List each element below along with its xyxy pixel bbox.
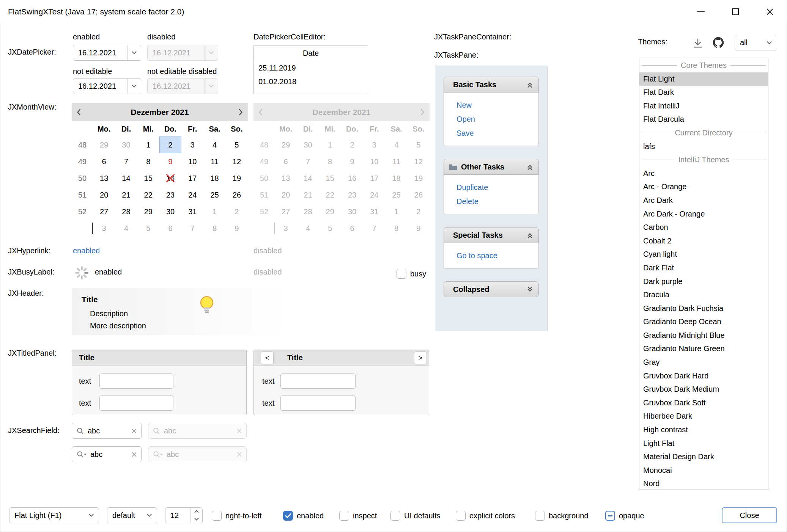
theme-list-item[interactable]: Carbon <box>639 221 768 234</box>
taskpane-title[interactable]: Basic Tasks <box>444 77 539 93</box>
search-field-enabled[interactable]: abc <box>72 423 142 439</box>
theme-list-item[interactable]: Gruvbox Dark Hard <box>639 369 768 383</box>
calendar-day[interactable]: 22 <box>137 187 159 203</box>
theme-list-item[interactable]: High contrast <box>639 423 768 437</box>
checkbox-ui-defaults[interactable]: UI defaults <box>390 511 441 521</box>
task-link[interactable]: Duplicate <box>456 180 538 195</box>
calendar-day[interactable]: 30 <box>115 137 137 153</box>
search-menu-icon[interactable] <box>76 450 87 458</box>
calendar-day[interactable]: 19 <box>226 170 248 187</box>
theme-list-item[interactable]: Nord <box>639 477 768 490</box>
theme-list-item[interactable]: Gruvbox Dark Medium <box>639 383 768 396</box>
clear-icon[interactable] <box>131 452 137 457</box>
calendar-day[interactable]: 23 <box>159 187 181 203</box>
spinner-up-button[interactable] <box>190 508 202 515</box>
task-link[interactable]: New <box>456 98 538 112</box>
calendar-day[interactable]: 14 <box>115 170 137 187</box>
theme-list-item[interactable]: Monocai <box>639 464 768 477</box>
table-column-header[interactable]: Date <box>254 46 368 61</box>
calendar-day[interactable]: 30 <box>159 203 181 220</box>
calendar-day[interactable]: 2 <box>159 137 181 153</box>
expand-icon[interactable] <box>526 286 534 293</box>
theme-list-item[interactable]: Light Flat <box>639 437 768 450</box>
calendar-day[interactable]: 24 <box>181 187 203 203</box>
laf-combobox[interactable]: Flat Light (F1) <box>9 507 99 523</box>
theme-list-item[interactable]: Arc <box>639 167 768 180</box>
collapse-icon[interactable] <box>526 81 534 88</box>
close-button[interactable]: Close <box>722 507 777 523</box>
calendar-day[interactable]: 7 <box>181 220 203 237</box>
calendar-day[interactable]: 9 <box>226 220 248 237</box>
hyperlink-enabled[interactable]: enabled <box>73 246 100 255</box>
theme-list-item[interactable]: Arc - Orange <box>639 180 768 194</box>
calendar-day[interactable]: 10 <box>181 153 203 170</box>
search-input-value[interactable]: abc <box>90 450 128 459</box>
checkbox-enabled[interactable]: enabled <box>283 511 324 521</box>
theme-list-item[interactable]: Gradianto Dark Fuchsia <box>639 302 768 315</box>
collapse-icon[interactable] <box>526 163 534 171</box>
close-window-button[interactable] <box>752 0 787 24</box>
datepicker-dropdown-button[interactable] <box>127 78 141 94</box>
calendar-day[interactable]: 6 <box>159 220 181 237</box>
theme-list-item[interactable]: Cyan light <box>639 248 768 261</box>
calendar-day[interactable]: 12 <box>226 153 248 170</box>
checkbox-explicit-colors[interactable]: explicit colors <box>456 511 515 521</box>
calendar-day[interactable]: 13 <box>93 170 115 187</box>
calendar-day[interactable]: 29 <box>93 137 115 153</box>
calendar-day[interactable]: 7 <box>115 153 137 170</box>
theme-list-item[interactable]: Flat Darcula <box>639 113 768 126</box>
task-link[interactable]: Save <box>456 126 538 140</box>
calendar-day[interactable]: 26 <box>226 187 248 203</box>
next-month-button[interactable] <box>238 108 243 116</box>
calendar-day[interactable]: 3 <box>181 137 203 153</box>
theme-list-item[interactable]: Gradianto Nature Green <box>639 342 768 356</box>
theme-list-item[interactable]: Arc Dark <box>639 194 768 207</box>
minimize-button[interactable] <box>683 0 718 24</box>
calendar-day[interactable]: 11 <box>203 153 225 170</box>
theme-list-item[interactable]: Flat IntelliJ <box>639 99 768 113</box>
search-input-value[interactable]: abc <box>88 427 128 435</box>
calendar-day[interactable]: 29 <box>137 203 159 220</box>
github-button[interactable] <box>712 36 725 51</box>
panel-prev-button[interactable]: < <box>261 352 274 364</box>
calendar-day[interactable]: 27 <box>93 203 115 220</box>
spinner-down-button[interactable] <box>190 515 202 523</box>
text-input[interactable] <box>99 373 173 389</box>
calendar-day[interactable]: 20 <box>93 187 115 203</box>
task-link[interactable]: Delete <box>456 195 538 209</box>
theme-list-item[interactable]: Flat Light <box>639 72 768 86</box>
calendar-day[interactable]: 3 <box>93 220 115 237</box>
datepicker-enabled[interactable]: 16.12.2021 <box>73 45 141 61</box>
datepicker-dropdown-button[interactable] <box>127 45 141 60</box>
calendar-day[interactable]: 1 <box>203 203 225 220</box>
clear-icon[interactable] <box>131 428 137 434</box>
calendar-day[interactable]: 4 <box>115 220 137 237</box>
themes-filter-combobox[interactable]: all <box>735 35 777 50</box>
calendar-day[interactable]: 2 <box>226 203 248 220</box>
calendar-day[interactable]: 6 <box>93 153 115 170</box>
calendar-day[interactable]: 28 <box>115 203 137 220</box>
theme-list-item[interactable]: Dark purple <box>639 275 768 289</box>
theme-list-item[interactable]: Gradianto Deep Ocean <box>639 315 768 329</box>
theme-list-item[interactable]: Dark Flat <box>639 261 768 275</box>
calendar-day[interactable]: 21 <box>115 187 137 203</box>
theme-list-item[interactable]: Dracula <box>639 288 768 302</box>
calendar-day[interactable]: 5 <box>226 137 248 153</box>
font-combobox[interactable]: default <box>107 507 157 523</box>
datepicker-not-editable[interactable]: 16.12.2021 <box>73 78 141 94</box>
checkbox-background[interactable]: background <box>535 511 589 521</box>
theme-list-item[interactable]: Gruvbox Dark Soft <box>639 396 768 410</box>
theme-list-item[interactable]: Gradianto Midnight Blue <box>639 329 768 342</box>
theme-list-item[interactable]: Arc Dark - Orange <box>639 207 768 221</box>
search-field-with-menu[interactable]: abc <box>72 446 142 462</box>
calendar-day[interactable]: 9 <box>159 153 181 170</box>
download-themes-button[interactable] <box>692 38 704 51</box>
collapse-icon[interactable] <box>526 232 534 239</box>
checkbox-right-to-left[interactable]: right-to-left <box>212 511 262 521</box>
taskpane-title[interactable]: Collapsed <box>444 281 539 297</box>
calendar-day[interactable]: 5 <box>137 220 159 237</box>
maximize-button[interactable] <box>718 0 752 24</box>
calendar-day[interactable]: 17 <box>181 170 203 187</box>
text-input[interactable] <box>99 395 173 411</box>
theme-list-item[interactable]: Gray <box>639 356 768 369</box>
